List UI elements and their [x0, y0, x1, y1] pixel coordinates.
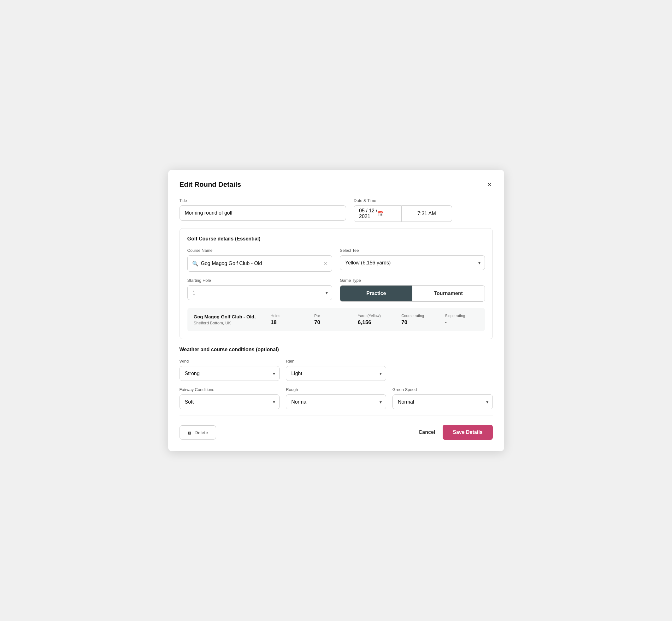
fairway-wrap: Soft Normal Hard ▾ [179, 395, 280, 409]
wind-label: Wind [179, 359, 280, 364]
tournament-button[interactable]: Tournament [412, 286, 485, 301]
holes-label: Holes [271, 314, 281, 318]
game-type-label: Game Type [340, 278, 485, 283]
clear-icon[interactable]: ✕ [324, 261, 328, 266]
time-input-wrap[interactable]: 7:31 AM [402, 205, 452, 222]
title-label: Title [179, 198, 346, 203]
rough-label: Rough [286, 387, 386, 392]
title-group: Title [179, 198, 346, 222]
footer-divider [179, 416, 493, 416]
rain-group: Rain None Light Moderate Heavy ▾ [286, 359, 386, 381]
slope-rating-stat: Slope rating - [445, 314, 478, 326]
golf-course-title: Golf Course details (Essential) [187, 236, 485, 242]
rough-group: Rough Soft Normal Hard ▾ [286, 387, 386, 409]
yards-stat: Yards(Yellow) 6,156 [358, 314, 391, 326]
holes-value: 18 [271, 319, 277, 326]
golf-course-section: Golf Course details (Essential) Course N… [179, 228, 493, 339]
select-tee-wrap: Yellow (6,156 yards) White Red Blue ▾ [340, 255, 485, 270]
slope-rating-value: - [445, 319, 447, 326]
date-value: 05 / 12 / 2021 [359, 208, 378, 219]
modal-title: Edit Round Details [179, 180, 241, 189]
search-icon: 🔍 [192, 261, 199, 266]
course-full-name: Gog Magog Golf Club - Old, [194, 314, 261, 319]
modal-header: Edit Round Details × [179, 180, 493, 189]
par-stat: Par 70 [314, 314, 348, 326]
practice-button[interactable]: Practice [340, 286, 412, 301]
par-label: Par [314, 314, 320, 318]
course-name-label: Course Name [187, 248, 333, 253]
close-button[interactable]: × [486, 180, 493, 189]
green-speed-wrap: Slow Normal Fast ▾ [392, 395, 493, 409]
yards-label: Yards(Yellow) [358, 314, 381, 318]
trash-icon: 🗑 [187, 430, 192, 435]
select-tee-label: Select Tee [340, 248, 485, 253]
starting-hole-label: Starting Hole [187, 278, 333, 283]
select-tee-dropdown[interactable]: Yellow (6,156 yards) White Red Blue [340, 255, 485, 270]
yards-value: 6,156 [358, 319, 371, 326]
starting-hole-group: Starting Hole 1 2 3 ▾ [187, 278, 333, 302]
course-rating-label: Course rating [401, 314, 424, 318]
fairway-dropdown[interactable]: Soft Normal Hard [179, 395, 280, 409]
wind-wrap: None Light Moderate Strong ▾ [179, 366, 280, 381]
edit-round-modal: Edit Round Details × Title Date & Time 0… [168, 170, 504, 451]
par-value: 70 [314, 319, 320, 326]
course-info-card: Gog Magog Golf Club - Old, Shelford Bott… [187, 308, 485, 331]
calendar-icon: 📅 [378, 211, 396, 217]
course-location: Shelford Bottom, UK [194, 321, 261, 325]
select-tee-group: Select Tee Yellow (6,156 yards) White Re… [340, 248, 485, 272]
rough-dropdown[interactable]: Soft Normal Hard [286, 395, 386, 409]
course-name-input[interactable] [201, 261, 322, 266]
wind-dropdown[interactable]: None Light Moderate Strong [179, 366, 280, 381]
green-speed-group: Green Speed Slow Normal Fast ▾ [392, 387, 493, 409]
wind-rain-row: Wind None Light Moderate Strong ▾ Rain N… [179, 359, 493, 381]
game-type-toggle: Practice Tournament [340, 285, 485, 302]
footer-right: Cancel Save Details [419, 425, 493, 440]
fairway-label: Fairway Conditions [179, 387, 280, 392]
course-info-name: Gog Magog Golf Club - Old, Shelford Bott… [194, 314, 261, 325]
title-input[interactable] [179, 205, 346, 220]
footer-row: 🗑 Delete Cancel Save Details [179, 425, 493, 440]
wind-group: Wind None Light Moderate Strong ▾ [179, 359, 280, 381]
slope-rating-label: Slope rating [445, 314, 465, 318]
starting-hole-wrap: 1 2 3 ▾ [187, 285, 333, 300]
delete-label: Delete [195, 430, 208, 435]
cancel-button[interactable]: Cancel [419, 429, 435, 435]
delete-button[interactable]: 🗑 Delete [179, 425, 216, 440]
weather-section: Weather and course conditions (optional)… [179, 347, 493, 409]
rain-label: Rain [286, 359, 386, 364]
datetime-label: Date & Time [354, 198, 493, 203]
game-type-group: Game Type Practice Tournament [340, 278, 485, 302]
save-button[interactable]: Save Details [443, 425, 493, 440]
course-rating-stat: Course rating 70 [401, 314, 435, 326]
course-tee-row: Course Name 🔍 ✕ Select Tee Yellow (6,156… [187, 248, 485, 272]
date-time-inputs: 05 / 12 / 2021 📅 7:31 AM [354, 205, 493, 222]
weather-section-title: Weather and course conditions (optional) [179, 347, 493, 353]
course-rating-value: 70 [401, 319, 407, 326]
starting-hole-dropdown[interactable]: 1 2 3 [187, 285, 333, 300]
title-datetime-row: Title Date & Time 05 / 12 / 2021 📅 7:31 … [179, 198, 493, 222]
time-value: 7:31 AM [417, 211, 436, 216]
holes-stat: Holes 18 [271, 314, 304, 326]
date-input-wrap[interactable]: 05 / 12 / 2021 📅 [354, 205, 402, 222]
datetime-group: Date & Time 05 / 12 / 2021 📅 7:31 AM [354, 198, 493, 222]
rain-wrap: None Light Moderate Heavy ▾ [286, 366, 386, 381]
course-name-group: Course Name 🔍 ✕ [187, 248, 333, 272]
fairway-rough-green-row: Fairway Conditions Soft Normal Hard ▾ Ro… [179, 387, 493, 409]
green-speed-label: Green Speed [392, 387, 493, 392]
hole-gametype-row: Starting Hole 1 2 3 ▾ Game Type Practice… [187, 278, 485, 302]
fairway-group: Fairway Conditions Soft Normal Hard ▾ [179, 387, 280, 409]
course-name-input-wrap[interactable]: 🔍 ✕ [187, 255, 333, 272]
green-speed-dropdown[interactable]: Slow Normal Fast [392, 395, 493, 409]
rain-dropdown[interactable]: None Light Moderate Heavy [286, 366, 386, 381]
rough-wrap: Soft Normal Hard ▾ [286, 395, 386, 409]
